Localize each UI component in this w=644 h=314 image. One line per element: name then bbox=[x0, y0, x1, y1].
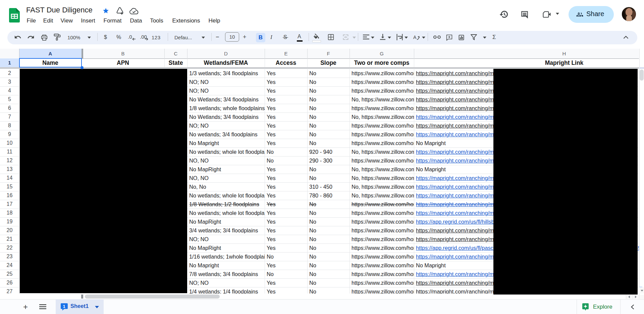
svg-text:A: A bbox=[413, 35, 417, 40]
svg-text:1: 1 bbox=[63, 304, 65, 309]
